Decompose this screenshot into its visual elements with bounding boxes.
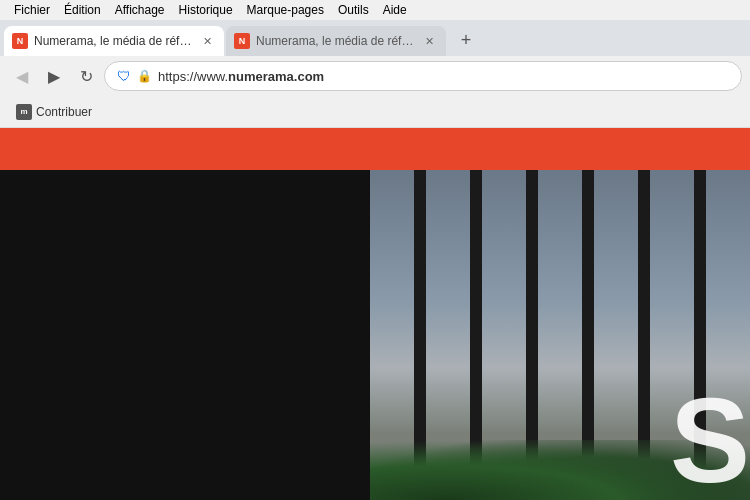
bookmark-contribuer-label: Contribuer [36, 105, 92, 119]
menu-edition[interactable]: Édition [58, 1, 107, 19]
lock-icon: 🔒 [137, 69, 152, 83]
back-button[interactable]: ◀ [8, 62, 36, 90]
tab-1-favicon: N [12, 33, 28, 49]
tab-2[interactable]: N Numerama, le média de référe... ✕ [226, 26, 446, 56]
tabbar: N Numerama, le média de référe... ✕ N Nu… [0, 20, 750, 56]
site-content: S [0, 170, 750, 500]
menu-affichage[interactable]: Affichage [109, 1, 171, 19]
site-letter: S [670, 380, 750, 500]
back-icon: ◀ [16, 67, 28, 86]
content-right: S [370, 170, 750, 500]
menu-fichier[interactable]: Fichier [8, 1, 56, 19]
bookmark-contribuer[interactable]: m Contribuer [8, 100, 100, 124]
shield-icon: 🛡 [117, 68, 131, 84]
content-left [0, 170, 370, 500]
menubar: Fichier Édition Affichage Historique Mar… [0, 0, 750, 20]
menu-marque-pages[interactable]: Marque-pages [241, 1, 330, 19]
building-facade: S [370, 170, 750, 500]
address-text: https://www.numerama.com [158, 69, 324, 84]
tab-1[interactable]: N Numerama, le média de référe... ✕ [4, 26, 224, 56]
tab-1-close[interactable]: ✕ [198, 32, 216, 50]
tab-2-close[interactable]: ✕ [420, 32, 438, 50]
reload-icon: ↻ [80, 67, 93, 86]
forward-icon: ▶ [48, 67, 60, 86]
new-tab-button[interactable]: + [452, 26, 480, 54]
address-bar[interactable]: 🛡 🔒 https://www.numerama.com [104, 61, 742, 91]
menu-aide[interactable]: Aide [377, 1, 413, 19]
tab-1-title: Numerama, le média de référe... [34, 34, 192, 48]
menu-outils[interactable]: Outils [332, 1, 375, 19]
forward-button[interactable]: ▶ [40, 62, 68, 90]
site-header [0, 128, 750, 170]
reload-button[interactable]: ↻ [72, 62, 100, 90]
tab-2-favicon: N [234, 33, 250, 49]
tab-2-title: Numerama, le média de référe... [256, 34, 414, 48]
bookmark-contribuer-favicon: m [16, 104, 32, 120]
navbar: ◀ ▶ ↻ 🛡 🔒 https://www.numerama.com [0, 56, 750, 96]
menu-historique[interactable]: Historique [173, 1, 239, 19]
bookmarks-bar: m Contribuer [0, 96, 750, 128]
